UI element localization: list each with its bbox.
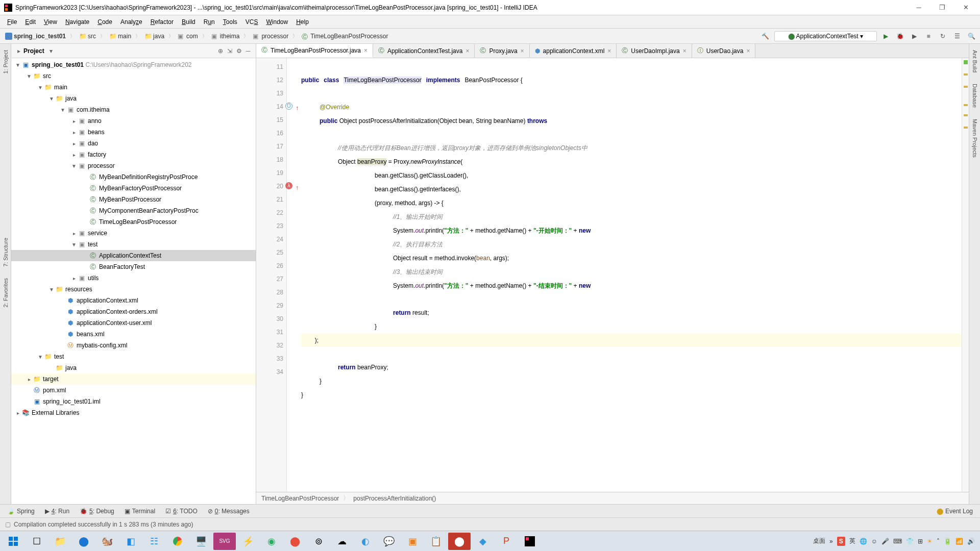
- run-config-select[interactable]: ⬤ ApplicationContextTest ▾: [774, 31, 877, 41]
- tray-icon[interactable]: 🌐: [860, 538, 867, 545]
- menu-analyze[interactable]: Analyze: [116, 17, 146, 27]
- tab-close-icon[interactable]: ×: [465, 47, 469, 55]
- tab-close-icon[interactable]: ×: [521, 47, 524, 55]
- warning-marker[interactable]: [964, 73, 968, 76]
- structure-button[interactable]: ☰: [951, 31, 963, 42]
- taskbar-app-12[interactable]: ◐: [354, 533, 377, 550]
- tree-res-1[interactable]: ⬢applicationContext-orders.xml: [11, 306, 256, 317]
- taskbar-app-9[interactable]: ⬤: [284, 533, 306, 550]
- tab-userdao[interactable]: ⒾUserDao.java×: [692, 44, 756, 58]
- tab-close-icon[interactable]: ×: [683, 47, 687, 55]
- tree-resources[interactable]: ▼📁resources: [11, 284, 256, 295]
- tab-close-icon[interactable]: ×: [607, 47, 611, 55]
- maximize-button[interactable]: ❐: [935, 3, 949, 13]
- taskbar-app-11[interactable]: ☁: [331, 533, 353, 550]
- task-view-button[interactable]: ☐: [26, 533, 48, 550]
- menu-file[interactable]: File: [3, 17, 21, 27]
- close-button[interactable]: ✕: [959, 3, 973, 13]
- tree-res-0[interactable]: ⬢applicationContext.xml: [11, 295, 256, 306]
- menu-navigate[interactable]: Navigate: [61, 17, 93, 27]
- tray-icon[interactable]: ⌨: [893, 538, 902, 545]
- rail-maven[interactable]: Maven Projects: [971, 117, 979, 160]
- collapse-icon[interactable]: ⇲: [225, 47, 234, 55]
- tree-beans[interactable]: ▸▣beans: [11, 127, 256, 138]
- tree-res-3[interactable]: ⬢beans.xml: [11, 329, 256, 340]
- crumb-module[interactable]: spring_ioc_test01: [3, 32, 68, 41]
- warning-marker[interactable]: [964, 127, 968, 129]
- taskbar-app-3[interactable]: ◧: [119, 533, 142, 550]
- locate-icon[interactable]: ⊕: [216, 47, 225, 55]
- taskbar-app-2[interactable]: 🐿️: [96, 533, 118, 550]
- taskbar-app-15[interactable]: ⬤: [448, 533, 471, 550]
- tree-test2[interactable]: ▼📁test: [11, 351, 256, 362]
- editor-gutter[interactable]: 11121314O↑151617181920λ↑2122232425262728…: [256, 58, 287, 492]
- tray-chevron[interactable]: »: [829, 538, 833, 545]
- menu-edit[interactable]: Edit: [21, 17, 40, 27]
- project-tree[interactable]: ▼▣spring_ioc_test01 C:\Users\haohao\Spri…: [11, 58, 256, 504]
- warning-marker[interactable]: [964, 86, 968, 88]
- taskbar-intellij[interactable]: [519, 533, 541, 550]
- coverage-button[interactable]: ▶: [909, 31, 920, 42]
- tree-res-2[interactable]: ⬢applicationContext-user.xml: [11, 317, 256, 329]
- crumb-class[interactable]: ⒸTimeLogBeanPostProcessor: [300, 32, 390, 41]
- tree-test-1[interactable]: ⒸBeanFactoryTest: [11, 261, 256, 272]
- menu-refactor[interactable]: Refactor: [146, 17, 178, 27]
- tray-volume-icon[interactable]: 🔊: [967, 538, 975, 545]
- taskbar-app-16[interactable]: ◆: [472, 533, 494, 550]
- tab-close-icon[interactable]: ×: [746, 47, 750, 55]
- taskbar-explorer[interactable]: 📁: [49, 533, 71, 550]
- warning-marker[interactable]: [964, 104, 968, 106]
- tray-icon[interactable]: ☺: [871, 538, 877, 545]
- rail-structure[interactable]: 7: Structure: [2, 236, 10, 269]
- taskbar-app-7[interactable]: ⚡: [237, 533, 259, 550]
- taskbar-app-6[interactable]: SVG: [213, 533, 236, 550]
- stop-button[interactable]: ■: [923, 31, 934, 42]
- project-view-select[interactable]: ▸: [14, 47, 23, 55]
- tab-timelog[interactable]: ⒸTimeLogBeanPostProcessor.java×: [256, 44, 373, 58]
- tab-proxy[interactable]: ⒸProxy.java×: [475, 44, 529, 58]
- rail-antbuild[interactable]: Ant Build: [971, 48, 979, 74]
- taskbar-powerpoint[interactable]: P: [495, 533, 518, 550]
- taskbar-wechat[interactable]: 💬: [378, 533, 400, 550]
- tray-icon[interactable]: ⊞: [918, 538, 923, 545]
- menu-window[interactable]: Window: [262, 17, 292, 27]
- tree-test-0[interactable]: ⒸApplicationContextTest: [11, 250, 256, 261]
- tray-battery-icon[interactable]: 🔋: [944, 538, 951, 545]
- crumb-processor[interactable]: ▣processor: [251, 32, 290, 41]
- crumb-com[interactable]: ▣com: [176, 32, 200, 41]
- tray-weather-icon[interactable]: ☀: [927, 538, 933, 545]
- search-button[interactable]: 🔍: [966, 31, 977, 42]
- error-stripe[interactable]: [962, 58, 969, 492]
- tool-debug[interactable]: 🐞 5: Debug: [76, 507, 118, 516]
- menu-code[interactable]: Code: [93, 17, 116, 27]
- tree-factory[interactable]: ▸▣factory: [11, 149, 256, 160]
- tab-appcontext[interactable]: ⒸApplicationContextTest.java×: [373, 44, 475, 58]
- tool-todo[interactable]: ☑ 6: TODO: [161, 507, 202, 516]
- tray-ime[interactable]: S: [837, 537, 845, 546]
- tray-wifi-icon[interactable]: 📶: [955, 538, 963, 545]
- tree-proc-1[interactable]: ⒸMyBeanFactoryPostProcessor: [11, 183, 256, 194]
- rail-database[interactable]: Database: [971, 82, 979, 110]
- tree-iml[interactable]: ▣spring_ioc_test01.iml: [11, 396, 256, 407]
- tree-pkg[interactable]: ▼▣com.itheima: [11, 104, 256, 115]
- tree-ext[interactable]: ▸📚External Libraries: [11, 407, 256, 418]
- tree-dao[interactable]: ▸▣dao: [11, 138, 256, 149]
- tree-java[interactable]: ▼📁java: [11, 93, 256, 104]
- menu-build[interactable]: Build: [178, 17, 200, 27]
- tree-anno[interactable]: ▸▣anno: [11, 115, 256, 127]
- update-button[interactable]: ↻: [937, 31, 948, 42]
- tool-messages[interactable]: ⊘ 0: Messages: [204, 507, 254, 516]
- ed-crumb-class[interactable]: TimeLogBeanPostProcessor: [261, 495, 339, 502]
- menu-help[interactable]: Help: [292, 17, 313, 27]
- debug-button[interactable]: 🐞: [894, 31, 905, 42]
- tree-utils[interactable]: ▸▣utils: [11, 272, 256, 284]
- menu-run[interactable]: Run: [200, 17, 219, 27]
- tree-res-4[interactable]: Ⓜmybatis-config.xml: [11, 340, 256, 351]
- tree-testpkg[interactable]: ▼▣test: [11, 239, 256, 250]
- tool-eventlog[interactable]: ⬤ Event Log: [933, 507, 977, 516]
- tab-userdaoimpl[interactable]: ⒸUserDaoImpl.java×: [617, 44, 692, 58]
- tray-desktop[interactable]: 桌面: [813, 537, 825, 545]
- tool-run[interactable]: ▶ 4: Run: [41, 507, 74, 516]
- taskbar-app-8[interactable]: ◉: [260, 533, 283, 550]
- start-button[interactable]: [2, 533, 24, 550]
